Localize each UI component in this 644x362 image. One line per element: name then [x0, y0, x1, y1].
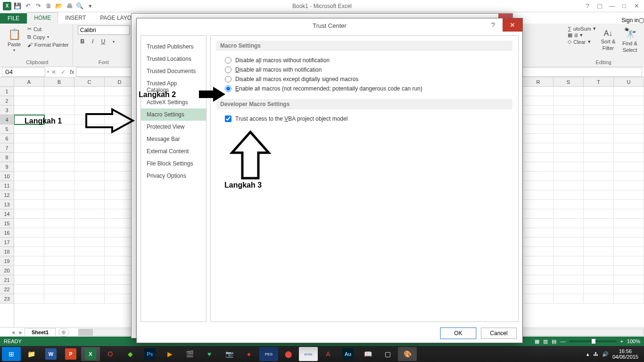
- cell[interactable]: [74, 275, 105, 285]
- cell[interactable]: [14, 162, 44, 172]
- cell[interactable]: [14, 124, 44, 134]
- paste-button[interactable]: 📋Paste▾: [5, 25, 24, 55]
- tab-home[interactable]: HOME: [27, 12, 58, 24]
- underline-dropdown-icon[interactable]: ▾: [109, 37, 118, 46]
- corel-icon[interactable]: ◆: [121, 347, 140, 361]
- col-header[interactable]: A: [14, 77, 44, 87]
- copy-button[interactable]: ⧉Copy▾: [26, 33, 70, 41]
- col-header[interactable]: C: [74, 77, 105, 87]
- view-page-layout-icon[interactable]: ▥: [543, 338, 548, 345]
- cell[interactable]: [614, 209, 644, 219]
- cell[interactable]: [105, 247, 135, 256]
- cell[interactable]: [523, 124, 553, 134]
- cell[interactable]: [584, 162, 614, 172]
- cell[interactable]: [584, 181, 614, 190]
- cell[interactable]: [44, 228, 74, 238]
- cell[interactable]: [105, 181, 135, 190]
- tray-volume-icon[interactable]: 🔊: [602, 351, 609, 357]
- row-header[interactable]: 22: [0, 285, 14, 294]
- cell[interactable]: [523, 153, 553, 162]
- cell[interactable]: [44, 143, 74, 153]
- cell[interactable]: [614, 115, 644, 124]
- cell[interactable]: [584, 256, 614, 266]
- cell[interactable]: [523, 238, 553, 247]
- cell[interactable]: [523, 219, 553, 228]
- cell[interactable]: [584, 294, 614, 304]
- underline-button[interactable]: U: [99, 37, 108, 46]
- new-icon[interactable]: 🗎: [43, 1, 54, 11]
- col-header[interactable]: R: [523, 77, 553, 87]
- check-trust-vba[interactable]: Trust access to the VBA project object m…: [216, 114, 512, 123]
- cell[interactable]: [74, 209, 105, 219]
- row-header[interactable]: 14: [0, 209, 14, 219]
- autocad-icon[interactable]: A: [319, 347, 338, 361]
- cell[interactable]: [105, 190, 135, 200]
- cell[interactable]: [14, 238, 44, 247]
- cell[interactable]: [553, 153, 584, 162]
- cell[interactable]: [523, 143, 553, 153]
- cell[interactable]: [74, 181, 105, 190]
- cell[interactable]: [44, 124, 74, 134]
- row-header[interactable]: 20: [0, 266, 14, 275]
- format-painter-button[interactable]: 🖌Format Painter: [26, 41, 70, 48]
- cell[interactable]: [523, 134, 553, 143]
- cell[interactable]: [553, 285, 584, 294]
- heart-icon[interactable]: ♥: [200, 347, 219, 361]
- cell[interactable]: [74, 256, 105, 266]
- cell[interactable]: [614, 143, 644, 153]
- undo-icon[interactable]: ↶: [23, 1, 33, 11]
- cell[interactable]: [523, 172, 553, 181]
- cell[interactable]: [14, 134, 44, 143]
- pes-icon[interactable]: PES: [259, 347, 278, 361]
- cell[interactable]: [44, 181, 74, 190]
- cell[interactable]: [584, 134, 614, 143]
- cell[interactable]: [553, 134, 584, 143]
- maximize-icon[interactable]: □: [619, 2, 630, 9]
- cell[interactable]: [614, 219, 644, 228]
- cell[interactable]: [14, 209, 44, 219]
- excel-icon[interactable]: X: [81, 347, 100, 361]
- cell[interactable]: [14, 106, 44, 115]
- cell[interactable]: [44, 87, 74, 96]
- trust-nav-item[interactable]: Protected View: [141, 121, 206, 133]
- cell[interactable]: [614, 172, 644, 181]
- autosum-button[interactable]: ∑utoSum ▾: [568, 25, 596, 32]
- cell[interactable]: [14, 96, 44, 106]
- cell[interactable]: [74, 172, 105, 181]
- open-icon[interactable]: 📂: [54, 1, 64, 11]
- camera-icon[interactable]: 📷: [220, 347, 239, 361]
- cell[interactable]: [614, 294, 644, 304]
- cell[interactable]: [44, 172, 74, 181]
- cell[interactable]: [44, 96, 74, 106]
- media-player-icon[interactable]: ▶: [160, 347, 179, 361]
- cell[interactable]: [74, 200, 105, 209]
- trust-nav-item[interactable]: Trusted Locations: [141, 53, 206, 65]
- cell[interactable]: [584, 96, 614, 106]
- cell[interactable]: [14, 256, 44, 266]
- minimize-icon[interactable]: —: [606, 2, 618, 9]
- trust-nav-item[interactable]: External Content: [141, 145, 206, 157]
- cell[interactable]: [614, 190, 644, 200]
- cell[interactable]: [614, 96, 644, 106]
- zoom-level[interactable]: 100%: [627, 338, 640, 344]
- cell[interactable]: [105, 172, 135, 181]
- tab-insert[interactable]: INSERT: [58, 12, 93, 24]
- help-icon[interactable]: ?: [582, 2, 593, 9]
- cell[interactable]: [14, 219, 44, 228]
- cell[interactable]: [553, 200, 584, 209]
- cell[interactable]: [523, 190, 553, 200]
- cell[interactable]: [74, 285, 105, 294]
- zoom-out-icon[interactable]: —: [560, 338, 565, 344]
- cell[interactable]: [614, 106, 644, 115]
- cell[interactable]: [523, 275, 553, 285]
- sort-filter-button[interactable]: A↓Sort &Filter: [599, 25, 618, 55]
- cell[interactable]: [14, 247, 44, 256]
- cell[interactable]: [14, 294, 44, 304]
- cell[interactable]: [584, 275, 614, 285]
- cell[interactable]: [74, 153, 105, 162]
- cell[interactable]: [584, 87, 614, 96]
- record-icon[interactable]: ⬤: [279, 347, 298, 361]
- cell[interactable]: [553, 190, 584, 200]
- cell[interactable]: [44, 247, 74, 256]
- cell[interactable]: [523, 96, 553, 106]
